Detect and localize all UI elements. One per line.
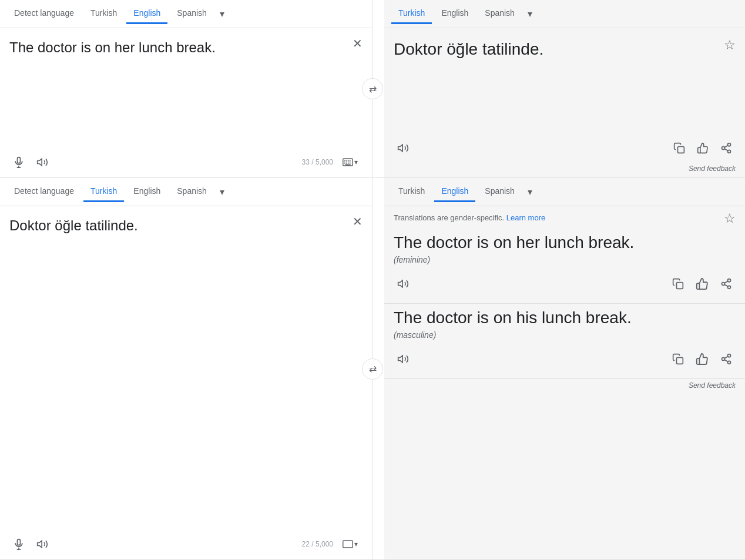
block2-feminine-volume-btn[interactable]	[394, 274, 412, 293]
block2-masculine-share-btn[interactable]	[717, 350, 736, 368]
svg-point-30	[728, 286, 731, 289]
block2-source-english-btn[interactable]: English	[126, 182, 167, 202]
block2-source-detect-btn[interactable]: Detect language	[7, 182, 81, 202]
block1-source-mic-btn[interactable]	[9, 153, 28, 172]
svg-rect-34	[677, 358, 683, 364]
block2-source-more-btn[interactable]: ▾	[217, 182, 227, 202]
thumbs-icon	[697, 142, 709, 154]
svg-rect-21	[18, 539, 21, 545]
block2-feedback-row: Send feedback	[384, 379, 745, 394]
page-wrapper: Detect language Turkish English Spanish …	[0, 0, 745, 560]
svg-marker-33	[398, 356, 403, 363]
block1-target-more-btn[interactable]: ▾	[525, 4, 535, 24]
svg-marker-26	[398, 280, 403, 287]
block2-source-clear-btn[interactable]: ✕	[353, 216, 363, 227]
block1-source-toolbar: 33 / 5,000 ▾	[0, 147, 372, 177]
block1-swap-wrapper: ⇄	[372, 0, 384, 177]
block1-source-text[interactable]: The doctor is on her lunch break.	[9, 38, 363, 58]
block1-source-panel: Detect language Turkish English Spanish …	[0, 0, 372, 177]
block2-masculine-section: The doctor is on his lunch break. (mascu…	[384, 304, 745, 379]
block2-char-count: 22 / 5,000	[302, 540, 333, 548]
block2-target-lang-bar: Turkish English Spanish ▾	[384, 178, 745, 206]
block1-source-volume-btn[interactable]	[33, 153, 52, 172]
block2-source-turkish-btn[interactable]: Turkish	[83, 182, 124, 202]
svg-point-37	[728, 361, 731, 364]
block2-source-lang-bar: Detect language Turkish English Spanish …	[0, 178, 372, 206]
keyboard-icon-2	[343, 540, 353, 548]
block1-target-text: Doktor öğle tatilinde.	[394, 38, 736, 61]
copy-icon	[673, 142, 685, 154]
block2-target-english-btn[interactable]: English	[434, 182, 475, 202]
block2-target-panel: Turkish English Spanish ▾ Translations a…	[384, 178, 745, 559]
mic-icon-2	[13, 538, 25, 550]
mic-icon	[13, 156, 25, 168]
block2-source-volume-btn[interactable]	[33, 535, 52, 554]
share-icon	[720, 142, 732, 154]
block2-source-panel: Detect language Turkish English Spanish …	[0, 178, 372, 559]
block1-target-copy-btn[interactable]	[670, 139, 689, 157]
block2-source-mic-btn[interactable]	[9, 535, 28, 554]
block1-swap-btn[interactable]: ⇄	[362, 78, 383, 99]
block1-target-lang-bar: Turkish English Spanish ▾	[384, 0, 745, 28]
block2-masculine-volume-btn[interactable]	[394, 350, 412, 368]
block2-masculine-thumbs-btn[interactable]	[692, 349, 712, 369]
block2-source-spanish-btn[interactable]: Spanish	[170, 182, 214, 202]
block2-source-text-area: Doktor öğle tatilinde. ✕	[0, 206, 372, 529]
block2-target-spanish-btn[interactable]: Spanish	[478, 182, 522, 202]
block1-feedback-row: Send feedback	[384, 162, 745, 177]
copy-icon-masc	[672, 353, 684, 365]
block2-feminine-section: The doctor is on her lunch break. (femin…	[384, 229, 745, 304]
svg-point-28	[728, 279, 731, 282]
block1-source-turkish-btn[interactable]: Turkish	[83, 4, 124, 24]
block2-feminine-share-btn[interactable]	[717, 274, 736, 293]
block2-feedback-link[interactable]: Send feedback	[689, 381, 736, 390]
block1-target-spanish-btn[interactable]: Spanish	[478, 4, 522, 24]
svg-point-36	[722, 358, 725, 361]
block2-target-star-btn[interactable]: ☆	[724, 211, 736, 226]
block2-swap-btn[interactable]: ⇄	[362, 358, 383, 380]
block1-target-turkish-btn[interactable]: Turkish	[391, 4, 432, 24]
block1-source-lang-bar: Detect language Turkish English Spanish …	[0, 0, 372, 28]
svg-rect-15	[678, 147, 684, 153]
block1-target-english-btn[interactable]: English	[434, 4, 475, 24]
block2-feminine-toolbar	[384, 269, 745, 299]
svg-marker-3	[38, 159, 42, 166]
block2-source-text[interactable]: Doktor öğle tatilinde.	[9, 216, 363, 236]
block1-target-volume-btn[interactable]	[394, 139, 412, 157]
block1-source-english-btn[interactable]: English	[126, 4, 167, 24]
keyboard-icon	[343, 158, 353, 166]
block1-char-count: 33 / 5,000	[302, 158, 333, 166]
block2-gender-notice: Translations are gender-specific. Learn …	[384, 206, 745, 229]
svg-line-20	[724, 145, 728, 147]
block1-source-keyboard-btn[interactable]: ▾	[338, 156, 363, 169]
block1-target-share-btn[interactable]	[717, 139, 736, 157]
block2-masculine-text: The doctor is on his lunch break.	[384, 304, 745, 329]
block2-feminine-label: (feminine)	[384, 254, 745, 269]
svg-point-17	[722, 147, 725, 150]
block2-target-more-btn[interactable]: ▾	[525, 182, 535, 202]
block2-source-keyboard-btn[interactable]: ▾	[338, 538, 363, 551]
volume-icon-masc	[397, 353, 409, 365]
block2-feminine-thumbs-btn[interactable]	[692, 274, 712, 294]
block2-target-turkish-btn[interactable]: Turkish	[391, 182, 432, 202]
volume-icon	[36, 156, 48, 168]
block2-feminine-copy-btn[interactable]	[669, 274, 687, 293]
block1-source-more-btn[interactable]: ▾	[217, 4, 227, 24]
svg-line-38	[724, 360, 728, 362]
block1-target-star-btn[interactable]: ☆	[724, 38, 736, 53]
svg-point-18	[728, 150, 731, 153]
block2-swap-wrapper: ⇄	[372, 178, 384, 559]
block2-masculine-copy-btn[interactable]	[669, 350, 687, 368]
block1-source-clear-btn[interactable]: ✕	[353, 38, 363, 49]
block1-feedback-link[interactable]: Send feedback	[689, 165, 736, 173]
block1: Detect language Turkish English Spanish …	[0, 0, 745, 178]
block1-target-thumbs-btn[interactable]	[693, 139, 712, 157]
block1-target-text-area: Doktor öğle tatilinde. ☆	[384, 28, 745, 134]
block1-source-detect-btn[interactable]: Detect language	[7, 4, 81, 24]
thumbs-icon-fem	[696, 277, 709, 290]
block1-source-text-area: The doctor is on her lunch break. ✕	[0, 28, 372, 147]
thumbs-icon-masc	[696, 353, 709, 365]
block1-target-toolbar	[384, 134, 745, 162]
block1-source-spanish-btn[interactable]: Spanish	[170, 4, 214, 24]
learn-more-link[interactable]: Learn more	[506, 213, 545, 222]
